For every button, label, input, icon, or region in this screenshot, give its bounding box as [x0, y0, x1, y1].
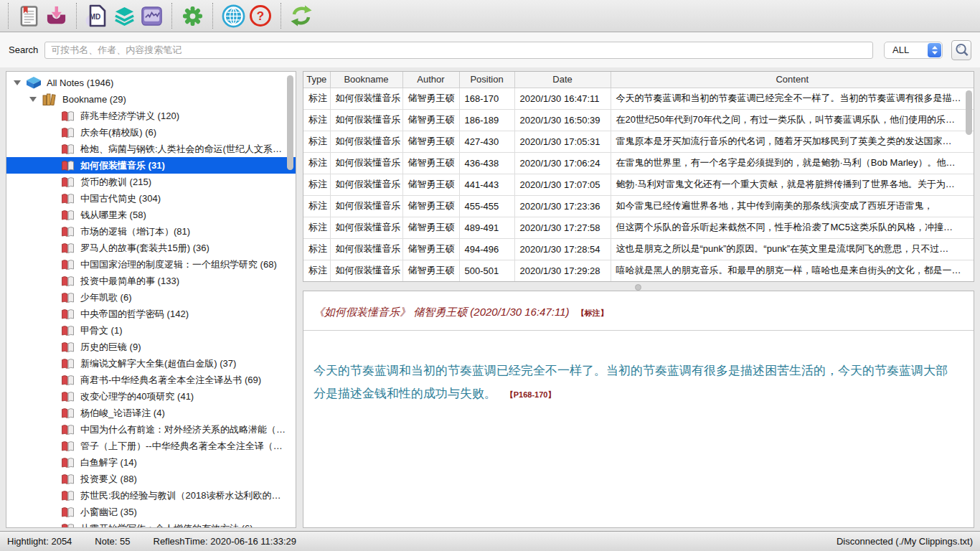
note-row[interactable]: 标注 如何假装懂音乐 储智勇王硕 427-430 2020/1/30 17:05… — [303, 131, 974, 152]
note-row[interactable]: 标注 如何假装懂音乐 储智勇王硕 489-491 2020/1/30 17:27… — [303, 217, 974, 238]
refresh-button[interactable] — [288, 2, 315, 29]
sidebar-scrollbar-thumb[interactable] — [287, 75, 293, 170]
note-row[interactable]: 标注 如何假装懂音乐 储智勇王硕 186-189 2020/1/30 16:50… — [303, 109, 974, 131]
tree-item-bookname[interactable]: Bookname (29) — [6, 91, 296, 108]
note-row[interactable]: 标注 如何假装懂音乐 储智勇王硕 168-170 2020/1/30 16:47… — [303, 88, 974, 109]
tree-item-book[interactable]: 少年凯歌 (6) — [6, 289, 296, 306]
book-icon — [61, 441, 75, 452]
svg-text:MD: MD — [90, 13, 101, 21]
book-icon — [61, 176, 75, 188]
cell-content: 在20世纪50年代到70年代之间，有过一类乐队，叫节奏蓝调乐队，他们使用的乐… — [611, 109, 974, 131]
cell-type: 标注 — [303, 174, 330, 195]
table-body: 标注 如何假装懂音乐 储智勇王硕 168-170 2020/1/30 16:47… — [303, 88, 974, 281]
web-button[interactable] — [220, 2, 247, 29]
note-row[interactable]: 标注 如何假装懂音乐 储智勇王硕 500-501 2020/1/30 17:29… — [303, 260, 974, 281]
book-label: 管子（上下册）--中华经典名著全本全注全译（… — [80, 440, 283, 453]
tree-item-book[interactable]: 钱从哪里来 (58) — [6, 207, 296, 223]
tree-item-book[interactable]: 薛兆丰经济学讲义 (120) — [6, 108, 296, 124]
globe-icon — [222, 4, 245, 28]
notes-document-button[interactable] — [15, 2, 42, 29]
tree-item-book[interactable]: 管子（上下册）--中华经典名著全本全注全译（… — [6, 438, 296, 454]
tree-item-book[interactable]: 改变心理学的40项研究 (41) — [6, 388, 296, 405]
layers-export-button[interactable] — [110, 2, 138, 29]
note-row[interactable]: 标注 如何假装懂音乐 储智勇王硕 441-443 2020/1/30 17:07… — [303, 174, 974, 195]
book-icon — [61, 242, 75, 254]
gear-icon — [182, 5, 204, 27]
note-row[interactable]: 标注 如何假装懂音乐 储智勇王硕 455-455 2020/1/30 17:23… — [303, 195, 974, 217]
table-scrollbar-thumb[interactable] — [966, 90, 972, 135]
tree-item-book[interactable]: 如何假装懂音乐 (31) — [6, 157, 296, 174]
cell-date: 2020/1/30 17:06:24 — [514, 152, 611, 174]
cell-content: 嘻哈就是黑人的朋克音乐。和最早的朋克一样，嘻哈也是来自街头的文化，都是一… — [611, 260, 974, 281]
tree-item-label: Bookname (29) — [62, 94, 126, 105]
detail-divider — [303, 330, 974, 331]
tree-item-book[interactable]: 商君书-中华经典名著全本全注全译丛书 (69) — [6, 372, 296, 388]
filter-dropdown[interactable]: ALL — [884, 42, 943, 59]
tree-item-book[interactable]: 白鱼解字 (14) — [6, 454, 296, 471]
search-input[interactable] — [44, 42, 873, 59]
disclosure-triangle-icon[interactable] — [14, 80, 21, 85]
book-label: 罗马人的故事(套装共15册) (36) — [80, 242, 209, 255]
search-bar: Search ALL — [0, 32, 980, 67]
column-header-content[interactable]: Content — [611, 72, 974, 88]
cell-author: 储智勇王硕 — [402, 88, 459, 109]
tree-item-book[interactable]: 投资中最简单的事 (133) — [6, 273, 296, 289]
disclosure-triangle-icon[interactable] — [29, 97, 37, 102]
layers-icon — [113, 5, 136, 27]
splitter-handle[interactable] — [635, 284, 641, 291]
import-clippings-button[interactable] — [42, 2, 70, 29]
note-row[interactable]: 标注 如何假装懂音乐 储智勇王硕 494-496 2020/1/30 17:28… — [303, 238, 974, 260]
dropdown-stepper-icon — [928, 43, 941, 57]
tree-item-book[interactable]: 投资要义 (88) — [6, 471, 296, 487]
tree-item-book[interactable]: 中国古代简史 (304) — [6, 190, 296, 207]
cell-author: 储智勇王硕 — [402, 152, 459, 174]
statistics-icon — [141, 5, 163, 27]
book-label: 甲骨文 (1) — [80, 324, 123, 337]
book-icon — [61, 457, 75, 468]
tree-item-book[interactable]: 甲骨文 (1) — [6, 322, 296, 339]
book-icon — [61, 424, 75, 435]
tree-item-book[interactable]: 中国为什么有前途：对外经济关系的战略潜能（… — [6, 421, 296, 438]
statistics-button[interactable] — [138, 2, 165, 29]
tree-item-book[interactable]: 杨伯峻_论语译注 (4) — [6, 405, 296, 421]
column-header-author[interactable]: Author — [402, 72, 459, 88]
settings-button[interactable] — [179, 2, 206, 29]
cell-content: 鲍勃·马利对雷鬼文化还有一个重大贡献，就是将脏辫传播到了世界各地。关于为… — [611, 174, 974, 195]
cell-author: 储智勇王硕 — [402, 260, 459, 281]
filter-dropdown-value: ALL — [892, 44, 909, 55]
search-label: Search — [9, 44, 38, 55]
tree-item-book[interactable]: 罗马人的故事(套装共15册) (36) — [6, 240, 296, 256]
toolbar-separator — [171, 3, 172, 29]
tree-item-all-notes[interactable]: All Notes (1946) — [6, 75, 296, 91]
tree-item-book[interactable]: 货币的教训 (215) — [6, 174, 296, 190]
table-header-row: Type Bookname Author Position Date Conte… — [303, 72, 974, 88]
book-icon — [61, 490, 75, 501]
tree-item-book[interactable]: 历史的巨镜 (9) — [6, 339, 296, 355]
tree-item-book[interactable]: 新编说文解字大全集(超值白金版) (37) — [6, 355, 296, 372]
note-row[interactable]: 标注 如何假装懂音乐 储智勇王硕 436-438 2020/1/30 17:06… — [303, 152, 974, 174]
book-label: 钱从哪里来 (58) — [80, 209, 146, 222]
tree-item-book[interactable]: 枪炮、病菌与钢铁:人类社会的命运(世纪人文系… — [6, 141, 296, 157]
tree-item-book[interactable]: 小窗幽记 (35) — [6, 504, 296, 520]
note-detail-body: 今天的节奏蓝调和当初的节奏蓝调已经完全不一样了。当初的节奏蓝调有很多是描述困苦生… — [314, 359, 955, 406]
help-button[interactable]: ? — [247, 2, 274, 29]
tree-item-book[interactable]: 中国国家治理的制度逻辑：一个组织学研究 (68) — [6, 256, 296, 273]
column-header-position[interactable]: Position — [459, 72, 514, 88]
status-refresh-time: RefleshTime: 2020-06-16 11:33:29 — [154, 536, 296, 547]
cell-bookname: 如何假装懂音乐 — [330, 174, 402, 195]
cell-position: 427-430 — [459, 131, 514, 152]
tree-item-book[interactable]: 中央帝国的哲学密码 (142) — [6, 306, 296, 322]
tree-item-book[interactable]: 苏世民:我的经验与教训（2018读桥水达利欧的… — [6, 487, 296, 504]
cell-content: 这也是朋克之所以是“punk”的原因。“punk”在英文里是流氓阿飞的意思，只不… — [611, 238, 974, 260]
book-icon — [61, 292, 75, 303]
markdown-export-button[interactable]: MD — [83, 2, 110, 29]
column-header-bookname[interactable]: Bookname — [330, 72, 402, 88]
tree-item-book[interactable]: 从零开始学写作：个人增值的有效方法 (6) — [6, 520, 296, 528]
book-icon — [61, 408, 75, 419]
tree-item-book[interactable]: 市场的逻辑（增订本）(81) — [6, 223, 296, 240]
search-button[interactable] — [951, 40, 971, 60]
column-header-date[interactable]: Date — [514, 72, 611, 88]
column-header-type[interactable]: Type — [303, 72, 330, 88]
toolbar-separator — [8, 3, 9, 29]
tree-item-book[interactable]: 庆余年(精校版) (6) — [6, 124, 296, 141]
